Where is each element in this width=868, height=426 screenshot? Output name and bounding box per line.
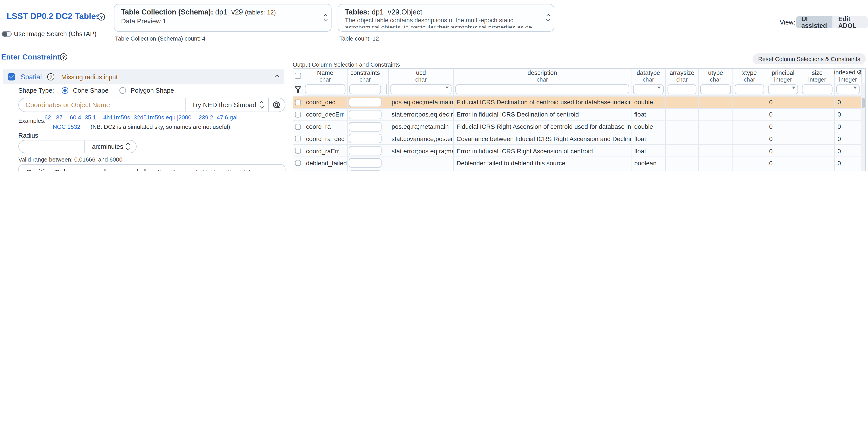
column-header-description[interactable]: descriptionchar	[454, 69, 631, 83]
spatial-collapse-icon[interactable]	[275, 74, 280, 79]
table-selector[interactable]: Tables: dp1_v29.Object The object table …	[338, 4, 554, 32]
spatial-checkbox[interactable]	[8, 73, 15, 80]
vertical-scrollbar-thumb[interactable]	[862, 98, 865, 108]
radius-input[interactable]	[19, 140, 85, 153]
table-row-coord_decErr[interactable]: coord_decErrstat.error;pos.eq.dec;meta.m…	[293, 108, 862, 120]
column-header-arraysize[interactable]: arraysizechar	[666, 69, 699, 83]
spatial-section-header[interactable]: Spatial ? Missing radius input	[3, 69, 284, 84]
coordinates-input[interactable]	[19, 98, 186, 111]
title-help-icon[interactable]: ?	[98, 13, 105, 21]
shape-type-row: Shape Type: Cone Shape Polygon Shape	[18, 87, 174, 94]
indexed-filter-input[interactable]	[836, 84, 860, 94]
row-checkbox[interactable]	[295, 160, 301, 166]
constraints-input[interactable]	[349, 122, 381, 131]
column-header-Name[interactable]: Namechar	[303, 69, 347, 83]
cell-arraysize	[666, 169, 699, 171]
constraints-input[interactable]	[349, 110, 381, 119]
constraints-input	[348, 97, 383, 108]
spatial-help-icon[interactable]: ?	[47, 73, 54, 80]
schema-stepper[interactable]	[324, 14, 327, 21]
shape-type-label: Shape Type:	[18, 87, 54, 94]
cell-ucd: stat.error;pos.eq.dec;meta.main	[389, 109, 454, 120]
columns-table: Namecharconstraintscharucdchardescriptio…	[293, 68, 866, 171]
indexed-filter-dropdown-icon[interactable]	[854, 87, 857, 89]
table-row-deblend_failed[interactable]: deblend_failedDeblender failed to deblen…	[293, 157, 862, 169]
description-filter-input[interactable]	[456, 84, 629, 94]
row-checkbox[interactable]	[295, 124, 301, 129]
utype-filter-input[interactable]	[701, 84, 731, 94]
image-search-toggle[interactable]	[2, 31, 11, 37]
table-header-row: Namecharconstraintscharucdchardescriptio…	[293, 69, 862, 83]
reset-columns-button[interactable]: Reset Column Selections & Constraints	[752, 53, 866, 64]
constraints-input[interactable]	[349, 158, 381, 168]
datatype-filter-input[interactable]	[633, 84, 663, 94]
column-header-xtype[interactable]: xtypechar	[733, 69, 766, 83]
row-checkbox[interactable]	[295, 100, 301, 105]
example-link[interactable]: 239.2 -47.6 gal	[198, 114, 238, 121]
row-checkbox[interactable]	[295, 148, 301, 154]
table-row-deblend_incompleteData[interactable]: deblend_incompleteDataOne or more bands …	[293, 169, 862, 171]
row-select-cell	[293, 157, 303, 169]
ucd-filter-input[interactable]	[390, 84, 452, 94]
constraints-input[interactable]	[349, 146, 381, 156]
column-header-datatype[interactable]: datatypechar	[631, 69, 666, 83]
column-header-utype[interactable]: utypechar	[699, 69, 733, 83]
cone-shape-radio[interactable]	[62, 87, 68, 94]
size-filter-input[interactable]	[802, 84, 833, 94]
tables-label: Tables:	[345, 8, 370, 16]
column-header-constraints[interactable]: constraintschar	[348, 69, 383, 83]
constraints-input[interactable]	[349, 134, 381, 143]
polygon-shape-radio[interactable]	[120, 87, 126, 94]
row-select-cell	[293, 121, 303, 132]
view-option-edit-adql[interactable]: Edit ADQL	[833, 16, 868, 28]
cell-principal: 0	[766, 169, 800, 171]
schema-selector[interactable]: Table Collection (Schema): dp1_v29 (tabl…	[114, 4, 332, 32]
constraints-help-icon[interactable]: ?	[60, 53, 67, 60]
cell-arraysize	[666, 121, 699, 132]
column-settings-gear-icon[interactable]: ⚙	[857, 69, 862, 76]
example-link[interactable]: 4h11m59s -32d51m59s equ j2000	[103, 114, 191, 121]
table-row-coord_ra[interactable]: coord_rapos.eq.ra;meta.mainFiducial ICRS…	[293, 120, 862, 132]
filter-funnel-icon[interactable]	[295, 86, 301, 93]
example-link[interactable]: 62, -37	[44, 114, 62, 121]
constraints-filter-input[interactable]	[349, 84, 381, 94]
column-header-indexed[interactable]: indexed⚙integer	[835, 69, 862, 83]
schema-tables-count: 12)	[267, 9, 276, 15]
cell-utype	[699, 169, 733, 171]
cell-size	[800, 121, 835, 132]
column-header-ucd[interactable]: ucdchar	[389, 69, 454, 83]
vertical-scrollbar[interactable]	[861, 83, 865, 171]
page-title: LSST DP0.2 DC2 Tables	[7, 11, 100, 21]
example-link-ngc[interactable]: NGC 1532	[53, 123, 81, 130]
cell-size	[800, 145, 835, 157]
cell-utype	[699, 121, 733, 132]
xtype-filter-input[interactable]	[735, 84, 764, 94]
constraints-input[interactable]	[349, 98, 381, 107]
view-option-ui-assisted[interactable]: UI assisted	[796, 16, 833, 28]
position-columns-bar[interactable]: Position Columns: coord_ra, coord_dec (f…	[18, 164, 285, 171]
row-checkbox[interactable]	[295, 111, 301, 118]
resolve-button[interactable]	[269, 101, 285, 109]
radius-unit-select[interactable]: arcminutes	[85, 143, 136, 150]
datatype-filter-dropdown-icon[interactable]	[658, 87, 661, 89]
row-checkbox[interactable]	[295, 136, 301, 142]
table-row-coord_dec[interactable]: coord_decpos.eq.dec;meta.mainFiducial IC…	[293, 96, 862, 108]
column-header-size[interactable]: sizeinteger	[800, 69, 835, 83]
resolver-select[interactable]: Try NED then Simbad	[186, 101, 268, 109]
principal-filter-input[interactable]	[768, 84, 798, 94]
principal-filter-dropdown-icon[interactable]	[792, 87, 795, 89]
column-header-principal[interactable]: principalinteger	[766, 69, 800, 83]
cell-principal: 0	[766, 145, 800, 157]
cell-xtype	[733, 121, 766, 132]
Name-filter-input[interactable]	[305, 84, 345, 94]
table-row-coord_ra_dec_Cov[interactable]: coord_ra_dec_Covstat.covariance;pos.eq.r…	[293, 132, 862, 144]
spatial-warning: Missing radius input	[61, 73, 118, 80]
select-all-checkbox[interactable]	[295, 73, 301, 79]
example-link[interactable]: 60.4 -35.1	[70, 114, 96, 121]
arraysize-filter-input[interactable]	[668, 84, 696, 94]
schema-label: Table Collection (Schema):	[121, 8, 213, 16]
table-row-coord_raErr[interactable]: coord_raErrstat.error;pos.eq.ra;meta.mai…	[293, 144, 862, 157]
constraints-input[interactable]	[349, 170, 381, 171]
ucd-filter-dropdown-icon[interactable]	[445, 87, 449, 89]
tables-stepper[interactable]	[547, 14, 549, 21]
